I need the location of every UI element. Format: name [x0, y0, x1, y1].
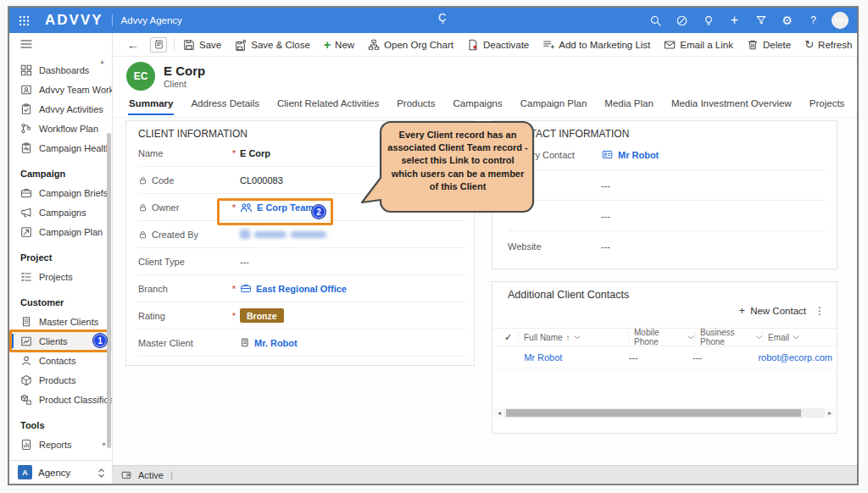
tab-media-plan[interactable]: Media Plan [604, 96, 654, 114]
hamburger-menu-icon[interactable] [9, 33, 112, 55]
sidebar-scrollbar-thumb[interactable] [107, 133, 111, 448]
area-switcher-agency[interactable]: A Agency [9, 460, 112, 484]
lightbulb-icon[interactable] [695, 8, 721, 33]
save-button[interactable]: Save [176, 33, 228, 57]
popout-icon[interactable] [121, 470, 131, 480]
compass-icon[interactable] [669, 8, 695, 33]
contact-email-link[interactable]: robot@ecorp.com [753, 352, 837, 363]
hscroll-thumb[interactable] [506, 409, 801, 417]
tab-products[interactable]: Products [396, 96, 436, 114]
field-label: Name [138, 148, 228, 158]
tab-campaign-plan[interactable]: Campaign Plan [520, 96, 588, 114]
tab-media-investment-overview[interactable]: Media Investment Overview [670, 96, 793, 114]
back-icon[interactable]: ← [121, 33, 145, 57]
deactivate-button[interactable]: Deactivate [460, 33, 536, 57]
tab-campaigns[interactable]: Campaigns [453, 96, 504, 114]
lock-icon [138, 175, 147, 186]
building-icon [240, 337, 250, 348]
add-to-marketing-list-button[interactable]: Add to Marketing List [536, 33, 657, 57]
tab-summary[interactable]: Summary [128, 96, 174, 115]
sidebar-item-advvy-activities[interactable]: Advvy Activities [9, 99, 112, 119]
sidebar-item-label: Master Clients [39, 317, 98, 327]
scroll-right-icon[interactable]: ▸ [825, 409, 835, 417]
save-and-close-button[interactable]: Save & Close [228, 33, 317, 57]
sidebar-item-contacts[interactable]: Contacts [9, 351, 112, 370]
field-value-name: E Corp [240, 148, 270, 158]
screenshot-root: ADVVY Advvy Agency Ç + ⚙ ? CP ▲ Dashboa [0, 0, 868, 493]
sidebar-item-product-classification[interactable]: Product Classifica... [9, 390, 112, 409]
created-by-redacted-value [240, 230, 326, 239]
settings-gear-icon[interactable]: ⚙ [774, 8, 800, 33]
master-client-link[interactable]: Mr. Robot [240, 337, 298, 348]
contact-information-section: CONTACT INFORMATION Primary Contact Mr R… [492, 120, 837, 269]
owner-team-link[interactable]: E Corp Team [240, 202, 314, 213]
team-icon [240, 202, 253, 213]
sidebar-scroll-down-icon[interactable]: ▼ [101, 441, 107, 447]
select-all-check-icon[interactable]: ✓ [492, 331, 518, 343]
sidebar-item-advvy-team-work[interactable]: Advvy Team Work [9, 80, 112, 99]
sidebar-section-tools: Tools [9, 416, 112, 435]
sidebar-item-campaigns[interactable]: Campaigns [9, 202, 112, 222]
sidebar-item-reports[interactable]: Reports ▼ [9, 435, 112, 454]
status-bar: Active | Save [113, 465, 859, 484]
waffle-icon[interactable] [9, 8, 38, 33]
field-label: Website [508, 241, 601, 252]
column-full-name[interactable]: Full Name ↑ [518, 331, 628, 343]
lock-icon [138, 230, 147, 240]
sidebar-item-campaign-health[interactable]: Campaign Health [9, 138, 112, 158]
plus-icon: + [324, 38, 331, 52]
column-mobile-phone[interactable]: Mobile Phone [628, 331, 694, 343]
form-content: CLIENT INFORMATION Name * E Corp Code CL… [113, 118, 859, 465]
required-marker: * [228, 148, 240, 158]
delete-button[interactable]: Delete [740, 33, 798, 57]
filter-funnel-icon[interactable] [748, 8, 774, 33]
sidebar-nav-list: ▲ Dashboards Advvy Team Work Advvy Activ… [9, 55, 112, 460]
record-title: E Corp [164, 64, 205, 78]
search-icon[interactable] [643, 8, 669, 33]
subgrid-horizontal-scrollbar[interactable]: ◂ ▸ [494, 407, 835, 418]
sidebar-item-label: Campaign Plan [39, 227, 103, 237]
sidebar-item-projects[interactable]: Projects [9, 267, 112, 286]
app-name[interactable]: Advvy Agency [121, 15, 182, 25]
refresh-button[interactable]: ↻ Refresh [798, 33, 859, 57]
sidebar-item-campaign-briefs[interactable]: Campaign Briefs [9, 183, 112, 202]
field-row-hidden-1: --- [508, 170, 826, 201]
sidebar-item-workflow-plan[interactable]: Workflow Plan [9, 119, 112, 138]
contact-name-link[interactable]: Mr Robot [517, 352, 624, 363]
open-org-chart-button[interactable]: Open Org Chart [361, 33, 460, 57]
new-contact-button[interactable]: + New Contact [739, 304, 806, 317]
sidebar-item-label: Workflow Plan [39, 124, 98, 134]
new-button[interactable]: + New [317, 33, 361, 57]
user-avatar[interactable]: CP [832, 12, 849, 29]
tab-projects[interactable]: Projects [809, 96, 846, 114]
field-value-client-type: --- [240, 257, 249, 267]
branch-link[interactable]: East Regional Office [240, 283, 347, 294]
sidebar-section-campaign: Campaign [9, 164, 112, 183]
tab-client-related-activities[interactable]: Client Related Activities [276, 96, 380, 114]
sidebar-item-campaign-plan[interactable]: Campaign Plan [9, 222, 112, 241]
tab-address-details[interactable]: Address Details [190, 96, 260, 114]
top-navigation-bar: ADVVY Advvy Agency Ç + ⚙ ? CP [9, 8, 857, 33]
sidebar-item-master-clients[interactable]: Master Clients [9, 312, 112, 331]
scroll-left-icon[interactable]: ◂ [494, 409, 504, 417]
sidebar-item-products[interactable]: Products [9, 370, 112, 390]
column-email[interactable]: Email [762, 331, 837, 343]
field-label: Created By [138, 230, 228, 240]
email-a-link-button[interactable]: Email a Link [657, 33, 740, 57]
required-marker: * [228, 311, 240, 321]
plus-icon[interactable]: + [721, 8, 748, 33]
record-avatar: EC [126, 62, 155, 91]
primary-contact-link[interactable]: Mr Robot [601, 149, 659, 160]
contact-grid-row[interactable]: Mr Robot --- --- robot@ecorp.com [492, 346, 837, 368]
sidebar-item-label: Contacts [39, 356, 75, 366]
sidebar-item-clients[interactable]: Clients 1 [9, 331, 112, 351]
contact-card-icon [601, 149, 614, 160]
form-selector-icon[interactable] [150, 37, 167, 53]
column-business-phone[interactable]: Business Phone [694, 331, 762, 343]
sort-ascending-icon: ↑ [566, 333, 570, 342]
sidebar-item-label: Clients [39, 336, 68, 346]
sidebar-item-label: Projects [39, 272, 73, 282]
sidebar-item-dashboards[interactable]: Dashboards [9, 60, 112, 80]
help-icon[interactable]: ? [800, 8, 826, 33]
subgrid-more-icon[interactable]: ⋮ [811, 305, 828, 317]
